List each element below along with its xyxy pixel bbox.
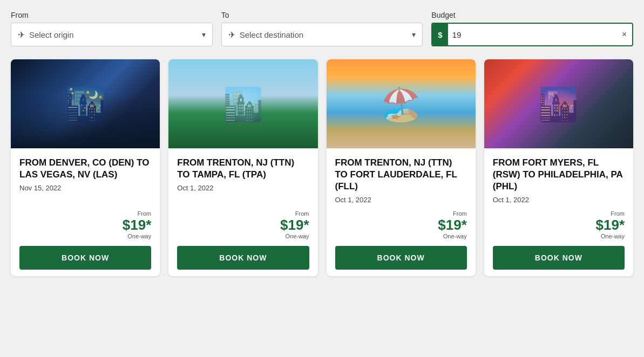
plane-arrival-icon: ✈ <box>228 30 235 40</box>
card-body: FROM TRENTON, NJ (TTN) TO FORT LAUDERDAL… <box>327 148 476 276</box>
budget-clear-button[interactable]: × <box>616 30 632 39</box>
from-field-group: From ✈ Select origin ▾ <box>11 11 213 46</box>
card-from-label: From <box>611 210 625 217</box>
plane-departure-icon: ✈ <box>18 30 25 40</box>
card-image-1 <box>168 59 317 148</box>
budget-input-wrapper: $ × <box>431 23 633 46</box>
budget-dollar-badge: $ <box>432 24 448 45</box>
flight-card: FROM TRENTON, NJ (TTN) TO TAMPA, FL (TPA… <box>168 59 317 276</box>
to-field-group: To ✈ Select destination ▾ <box>221 11 423 46</box>
card-oneway: One-way <box>127 233 151 239</box>
budget-label: Budget <box>431 11 633 19</box>
card-image-0 <box>11 59 160 148</box>
card-image-2 <box>327 59 476 148</box>
to-select[interactable]: ✈ Select destination ▾ <box>221 23 423 46</box>
card-oneway: One-way <box>601 233 625 239</box>
from-placeholder: Select origin <box>29 30 202 39</box>
card-title: FROM DENVER, CO (DEN) TO LAS VEGAS, NV (… <box>19 157 151 181</box>
card-title: FROM FORT MYERS, FL (RSW) TO PHILADELPHI… <box>493 157 625 193</box>
card-price: $19* <box>596 218 625 232</box>
card-price: $19* <box>280 218 309 232</box>
card-date: Nov 15, 2022 <box>19 184 151 192</box>
flight-card: FROM DENVER, CO (DEN) TO LAS VEGAS, NV (… <box>11 59 160 276</box>
from-select[interactable]: ✈ Select origin ▾ <box>11 23 213 46</box>
book-now-button[interactable]: BOOK NOW <box>19 246 151 270</box>
to-placeholder: Select destination <box>240 30 412 39</box>
card-price-row: From $19* One-way <box>335 210 467 239</box>
card-price-row: From $19* One-way <box>493 210 625 239</box>
card-title: FROM TRENTON, NJ (TTN) TO FORT LAUDERDAL… <box>335 157 467 193</box>
card-body: FROM TRENTON, NJ (TTN) TO TAMPA, FL (TPA… <box>168 148 317 276</box>
budget-input[interactable] <box>448 30 616 39</box>
card-from-label: From <box>295 210 309 217</box>
card-price: $19* <box>438 218 467 232</box>
card-body: FROM FORT MYERS, FL (RSW) TO PHILADELPHI… <box>484 148 633 276</box>
card-image-3 <box>484 59 633 148</box>
card-body: FROM DENVER, CO (DEN) TO LAS VEGAS, NV (… <box>11 148 160 276</box>
card-from-label: From <box>453 210 467 217</box>
book-now-button[interactable]: BOOK NOW <box>177 246 309 270</box>
card-price-row: From $19* One-way <box>177 210 309 239</box>
chevron-down-icon: ▾ <box>202 30 206 39</box>
card-title: FROM TRENTON, NJ (TTN) TO TAMPA, FL (TPA… <box>177 157 309 181</box>
card-date: Oct 1, 2022 <box>335 196 467 204</box>
book-now-button[interactable]: BOOK NOW <box>493 246 625 270</box>
search-bar: From ✈ Select origin ▾ To ✈ Select desti… <box>11 11 633 46</box>
card-date: Oct 1, 2022 <box>493 196 625 204</box>
budget-field-group: Budget $ × <box>431 11 633 46</box>
card-price-row: From $19* One-way <box>19 210 151 239</box>
flight-card: FROM FORT MYERS, FL (RSW) TO PHILADELPHI… <box>484 59 633 276</box>
card-oneway: One-way <box>285 233 309 239</box>
from-label: From <box>11 11 213 19</box>
card-price: $19* <box>123 218 152 232</box>
book-now-button[interactable]: BOOK NOW <box>335 246 467 270</box>
card-from-label: From <box>138 210 152 217</box>
card-date: Oct 1, 2022 <box>177 184 309 192</box>
cards-grid: FROM DENVER, CO (DEN) TO LAS VEGAS, NV (… <box>11 59 633 276</box>
chevron-down-icon-to: ▾ <box>412 30 416 39</box>
to-label: To <box>221 11 423 19</box>
card-oneway: One-way <box>443 233 467 239</box>
flight-card: FROM TRENTON, NJ (TTN) TO FORT LAUDERDAL… <box>327 59 476 276</box>
